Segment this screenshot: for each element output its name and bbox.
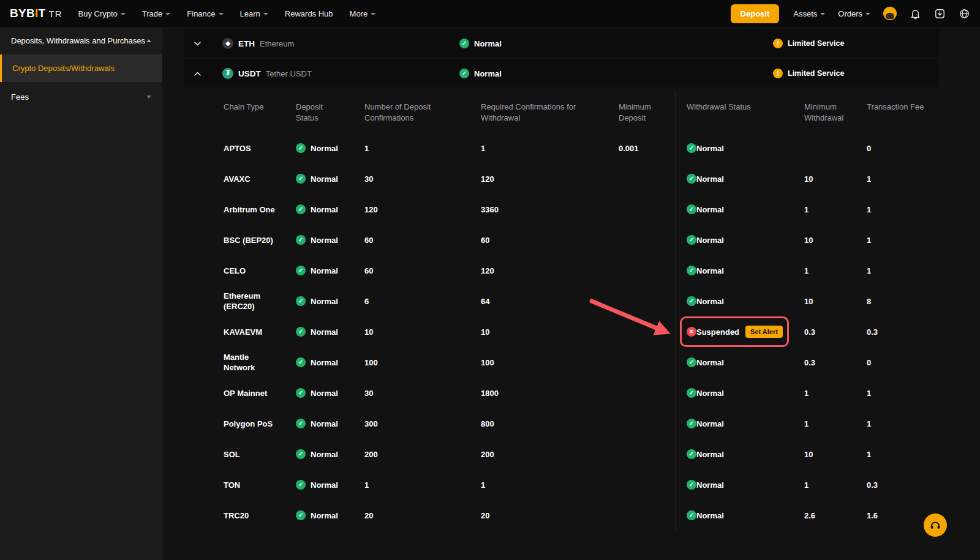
- avatar[interactable]: [883, 7, 897, 20]
- withdrawal-confirmations-cell: 20: [481, 500, 619, 531]
- withdrawal-status-cell: Normal: [676, 286, 804, 316]
- transaction-fee-cell: 1: [867, 163, 939, 194]
- normal-status-icon: [296, 510, 306, 520]
- normal-status-icon: [459, 39, 469, 48]
- nav-finance[interactable]: Finance: [187, 9, 223, 18]
- normal-status-icon: [296, 449, 306, 459]
- nav-more[interactable]: More: [350, 9, 376, 18]
- withdrawal-status-cell: Normal: [676, 469, 804, 500]
- deposit-status-label: Normal: [311, 266, 338, 275]
- withdrawal-status-label: Normal: [696, 266, 724, 275]
- minimum-deposit-cell: [619, 347, 676, 378]
- chevron-down-icon: [371, 13, 375, 15]
- language-globe-icon[interactable]: [959, 8, 970, 20]
- minimum-withdrawal-cell: 0.3: [804, 347, 867, 378]
- withdrawal-status-label: Normal: [696, 450, 724, 459]
- nav-assets[interactable]: Assets: [793, 9, 825, 18]
- chain-type-cell: SOL: [224, 439, 296, 469]
- nav-item-label: Finance: [187, 9, 215, 18]
- sidebar-item-label: Fees: [11, 92, 29, 102]
- sidebar-item-crypto-deposits-withdrawals[interactable]: Crypto Deposits/Withdrawals: [0, 54, 162, 82]
- suspended-status-icon: [687, 327, 696, 337]
- minimum-withdrawal-cell: 2.6: [804, 500, 867, 531]
- deposit-status-cell: Normal: [296, 225, 364, 255]
- withdrawal-confirmations-cell: 64: [481, 286, 619, 316]
- deposit-confirmations-cell: 1: [364, 469, 481, 500]
- deposit-confirmations-cell: 10: [364, 316, 481, 347]
- nav-orders[interactable]: Orders: [838, 9, 870, 18]
- deposit-confirmations-cell: 300: [364, 408, 481, 439]
- chain-type-cell: Ethereum (ERC20): [224, 286, 296, 316]
- service-label: Limited Service: [788, 39, 844, 48]
- set-alert-button[interactable]: Set Alert: [745, 326, 783, 338]
- deposit-confirmations-cell: 6: [364, 286, 481, 316]
- deposit-status-label: Normal: [311, 450, 338, 459]
- minimum-withdrawal-cell: 1: [804, 255, 867, 286]
- minimum-deposit-cell: [619, 439, 676, 469]
- normal-status-icon: [296, 296, 306, 306]
- deposit-button[interactable]: Deposit: [731, 4, 780, 23]
- deposit-confirmations-cell: 30: [364, 378, 481, 408]
- coin-glyph: ₮: [226, 70, 230, 77]
- deposit-status-cell: Normal: [296, 286, 364, 316]
- withdrawal-status-cell: Normal: [676, 163, 804, 194]
- coin-deposit-status: Normal: [459, 69, 502, 78]
- deposit-status-label: Normal: [311, 205, 338, 214]
- normal-status-icon: [687, 480, 696, 490]
- sidebar-item-label: Crypto Deposits/Withdrawals: [12, 64, 115, 73]
- withdrawal-status-label: Normal: [696, 480, 724, 490]
- sidebar-item-deposits-withdrawals-purchases[interactable]: Deposits, Withdrawals and Purchases: [0, 27, 162, 54]
- transaction-fee-cell: 1: [867, 194, 939, 225]
- logo-text: BYBIT: [10, 7, 46, 20]
- withdrawal-status-cell: Normal: [676, 347, 804, 378]
- normal-status-icon: [687, 510, 696, 520]
- nav-item-label: More: [350, 9, 368, 18]
- deposit-confirmations-cell: 60: [364, 255, 481, 286]
- transaction-fee-cell: 1: [867, 255, 939, 286]
- withdrawal-status-cell: Normal: [676, 378, 804, 408]
- chevron-up-icon[interactable]: [194, 72, 201, 76]
- coin-symbol: ETH: [238, 39, 255, 48]
- deposit-status-label: Normal: [311, 174, 338, 184]
- minimum-deposit-cell: [619, 286, 676, 316]
- chain-type-cell: TRC20: [224, 500, 296, 531]
- nav-trade[interactable]: Trade: [142, 9, 170, 18]
- nav-learn[interactable]: Learn: [240, 9, 268, 18]
- table-row: TON Normal 1 1 Normal 1 0.3: [184, 469, 939, 500]
- notifications-bell-icon[interactable]: [910, 8, 921, 20]
- bybit-logo[interactable]: BYBIT TR: [10, 7, 62, 20]
- transaction-fee-cell: 0.3: [867, 316, 939, 347]
- table-row: Mantle Network Normal 100 100 Normal 0.3…: [184, 347, 939, 378]
- deposit-confirmations-cell: 100: [364, 347, 481, 378]
- withdrawal-status-cell: Normal: [676, 408, 804, 439]
- normal-status-icon: [687, 235, 696, 245]
- chevron-down-icon[interactable]: [194, 42, 201, 46]
- minimum-deposit-cell: 0.001: [619, 133, 676, 163]
- withdrawal-status-label: Normal: [696, 511, 724, 520]
- nav-right: Deposit Assets Orders: [731, 4, 970, 23]
- nav-rewards-hub[interactable]: Rewards Hub: [285, 9, 333, 18]
- col-withdrawal-status: Withdrawal Status: [676, 91, 804, 133]
- minimum-deposit-cell: [619, 500, 676, 531]
- deposit-status-label: Normal: [311, 480, 338, 490]
- deposit-status-cell: Normal: [296, 316, 364, 347]
- nav-buy-crypto[interactable]: Buy Crypto: [78, 9, 126, 18]
- eth-icon: ◆: [222, 38, 233, 49]
- sidebar-item-fees[interactable]: Fees: [0, 82, 162, 111]
- coin-row-eth[interactable]: ◆ ETH Ethereum Normal Limited Service: [184, 29, 939, 58]
- normal-status-icon: [296, 480, 306, 490]
- download-app-icon[interactable]: [934, 8, 946, 20]
- support-chat-button[interactable]: [924, 513, 947, 537]
- coin-row-usdt[interactable]: ₮ USDT Tether USDT Normal Limited Servic…: [184, 59, 939, 88]
- coin-deposit-status: Normal: [459, 39, 502, 48]
- normal-status-icon: [296, 266, 306, 275]
- withdrawal-status-label: Suspended: [696, 327, 739, 337]
- chevron-down-icon: [263, 13, 268, 15]
- transaction-fee-cell: 0: [867, 133, 939, 163]
- withdrawal-status-label: Normal: [696, 174, 724, 184]
- withdrawal-confirmations-cell: 120: [481, 163, 619, 194]
- transaction-fee-cell: 1: [867, 408, 939, 439]
- deposit-confirmations-cell: 30: [364, 163, 481, 194]
- minimum-withdrawal-cell: 1: [804, 408, 867, 439]
- chain-type-cell: Mantle Network: [224, 347, 296, 378]
